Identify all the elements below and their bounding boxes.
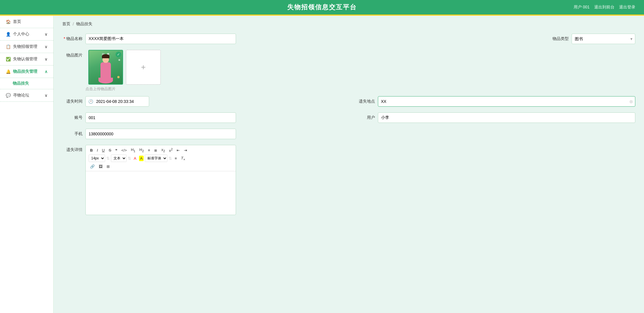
form-group-time: 遗失时间 🕐 xyxy=(62,96,343,107)
app-title: 失物招领信息交互平台 xyxy=(287,3,357,12)
toolbar-underline[interactable]: U xyxy=(100,148,106,153)
chevron-up-icon: ∧ xyxy=(45,69,47,74)
image-area: ✓ 问 · 爱 xyxy=(88,50,161,85)
toolbar-h1[interactable]: H1 xyxy=(129,147,137,153)
toolbar-row-3: 🔗 🖼 ⊞ xyxy=(89,164,233,169)
sidebar-label-personal: 个人中心 xyxy=(13,32,29,37)
toolbar-row-2: 14px 12px 16px 18px ⇅ 文本 ⇅ A A xyxy=(89,154,233,162)
lost-location-input[interactable] xyxy=(378,96,636,107)
image-check-icon: ✓ xyxy=(116,52,121,57)
logout-btn[interactable]: 退出登录 xyxy=(619,5,635,10)
phone-label: 手机 xyxy=(62,131,83,137)
image-add-btn[interactable]: + xyxy=(126,50,161,85)
detail-label: 遗失详情 xyxy=(62,145,83,152)
sidebar-item-lost-mgmt[interactable]: 📋 失物招领管理 ∨ xyxy=(0,41,53,53)
location-input-wrapper: ⊗ xyxy=(378,96,636,107)
account-input[interactable] xyxy=(85,112,236,123)
form: 物品名称 物品类型 图书 电子设备 证件 钥匙 其他 xyxy=(62,34,635,215)
form-group-user: 用户 xyxy=(355,112,636,123)
item-type-select-wrapper[interactable]: 图书 电子设备 证件 钥匙 其他 xyxy=(572,34,635,44)
current-user: 用户 001 xyxy=(574,5,590,10)
clear-location-icon[interactable]: ⊗ xyxy=(629,99,633,104)
font-style-select[interactable]: 文本 xyxy=(111,154,127,162)
upload-hint: 点击上传物品图片 xyxy=(85,86,635,92)
breadcrumb-current: 物品挂失 xyxy=(76,21,92,27)
chat-icon: 💬 xyxy=(6,93,11,98)
form-group-location: 遗失地点 ⊗ xyxy=(355,96,636,107)
sidebar-item-forum[interactable]: 💬 寻物论坛 ∨ xyxy=(0,89,53,102)
sidebar-item-personal[interactable]: 👤 个人中心 ∨ xyxy=(0,28,53,41)
form-row-detail: 遗失详情 B I U S ❝ </> H1 H2 ≡ xyxy=(62,145,635,215)
font-family-select[interactable]: 标准字体 xyxy=(145,154,167,162)
home-icon: 🏠 xyxy=(6,19,11,24)
sidebar-sub-label: 物品挂失 xyxy=(13,81,29,85)
item-type-label: 物品类型 xyxy=(548,36,569,41)
toolbar-indent-right[interactable]: ⇥ xyxy=(182,148,189,153)
toolbar-align[interactable]: ≡ xyxy=(173,156,178,161)
user-input[interactable] xyxy=(378,112,636,123)
chevron-down-icon2: ∨ xyxy=(45,44,47,49)
sidebar-label-lost-mgmt: 失物招领管理 xyxy=(13,44,37,49)
toolbar-image[interactable]: 🖼 xyxy=(97,164,104,169)
lost-time-label: 遗失时间 xyxy=(62,99,83,104)
font-size-select[interactable]: 14px 12px 16px 18px xyxy=(89,154,105,162)
breadcrumb-home[interactable]: 首页 xyxy=(62,21,70,27)
header: 失物招领信息交互平台 用户 001 退出到前台 退出登录 xyxy=(0,0,644,14)
breadcrumb-sep: / xyxy=(73,22,74,26)
image-thumb-1: ✓ 问 · 爱 xyxy=(88,50,123,85)
toolbar-font-color[interactable]: A xyxy=(132,156,138,161)
sidebar: 🏠 首页 👤 个人中心 ∨ 📋 失物招领管理 ∨ ✅ 失物认领管理 ∨ xyxy=(0,16,54,313)
item-name-label: 物品名称 xyxy=(62,36,83,41)
toolbar-superscript[interactable]: x2 xyxy=(168,147,174,153)
toolbar-code[interactable]: </> xyxy=(120,148,128,153)
toolbar-row-1: B I U S ❝ </> H1 H2 ≡ ≣ x2 x2 ⇤ xyxy=(89,147,233,153)
toolbar-indent-left[interactable]: ⇤ xyxy=(175,148,181,153)
main-content: 首页 / 物品挂失 物品名称 物品类型 图书 电子设备 证件 xyxy=(54,16,644,313)
toolbar-h2[interactable]: H2 xyxy=(138,147,145,153)
sidebar-label-item-lost-mgmt: 物品挂失管理 xyxy=(13,69,37,74)
account-label: 账号 xyxy=(62,115,83,120)
date-input-wrapper: 🕐 xyxy=(85,96,149,107)
chevron-down-icon3: ∨ xyxy=(45,57,47,61)
form-group-phone: 手机 xyxy=(62,129,343,139)
toolbar-table[interactable]: ⊞ xyxy=(105,164,111,169)
sidebar-sub-item-item-lost[interactable]: 物品挂失 xyxy=(0,78,53,89)
sidebar-label-forum: 寻物论坛 xyxy=(13,93,29,98)
image-label: 物品图片 xyxy=(62,50,83,58)
sidebar-item-item-lost-mgmt[interactable]: 🔔 物品挂失管理 ∧ xyxy=(0,65,53,78)
header-actions: 用户 001 退出到前台 退出登录 xyxy=(574,5,635,10)
phone-input[interactable] xyxy=(85,129,236,139)
form-row-images: 物品图片 ✓ 问 · 爱 xyxy=(62,50,635,85)
form-group-account: 账号 xyxy=(62,112,343,123)
toolbar-clear-format[interactable]: T× xyxy=(180,155,186,162)
editor-body[interactable] xyxy=(86,171,236,215)
check-icon: ✅ xyxy=(6,57,11,61)
item-name-input[interactable] xyxy=(85,34,236,44)
toolbar-link[interactable]: 🔗 xyxy=(89,164,96,169)
editor-toolbar: B I U S ❝ </> H1 H2 ≡ ≣ x2 x2 ⇤ xyxy=(86,145,236,171)
toolbar-quote[interactable]: ❝ xyxy=(114,148,119,153)
toolbar-italic[interactable]: I xyxy=(95,148,99,153)
sidebar-item-home[interactable]: 🏠 首页 xyxy=(0,16,53,28)
person-icon: 👤 xyxy=(6,32,11,37)
chevron-down-icon: ∨ xyxy=(45,32,47,37)
toolbar-unordered-list[interactable]: ≣ xyxy=(153,148,159,153)
item-type-select[interactable]: 图书 电子设备 证件 钥匙 其他 xyxy=(572,34,635,44)
lost-time-input[interactable] xyxy=(85,96,149,107)
toolbar-subscript[interactable]: x2 xyxy=(160,147,167,153)
toolbar-ordered-list[interactable]: ≡ xyxy=(147,148,152,153)
toolbar-strikethrough[interactable]: S xyxy=(107,148,113,153)
chevron-down-icon4: ∨ xyxy=(45,93,47,98)
bell-icon: 🔔 xyxy=(6,69,11,74)
sidebar-label-home: 首页 xyxy=(13,19,21,24)
sidebar-label-claim-mgmt: 失物认领管理 xyxy=(13,57,37,62)
form-group-name: 物品名称 xyxy=(62,34,537,44)
toolbar-bold[interactable]: B xyxy=(89,148,94,153)
back-to-front-btn[interactable]: 退出到前台 xyxy=(594,5,614,10)
layout: 🏠 首页 👤 个人中心 ∨ 📋 失物招领管理 ∨ ✅ 失物认领管理 ∨ xyxy=(0,16,644,313)
user-label: 用户 xyxy=(355,115,375,120)
toolbar-font-bg[interactable]: A xyxy=(139,156,144,161)
sidebar-item-claim-mgmt[interactable]: ✅ 失物认领管理 ∨ xyxy=(0,53,53,65)
form-group-type: 物品类型 图书 电子设备 证件 钥匙 其他 xyxy=(548,34,635,44)
rich-editor: B I U S ❝ </> H1 H2 ≡ ≣ x2 x2 ⇤ xyxy=(85,145,236,215)
